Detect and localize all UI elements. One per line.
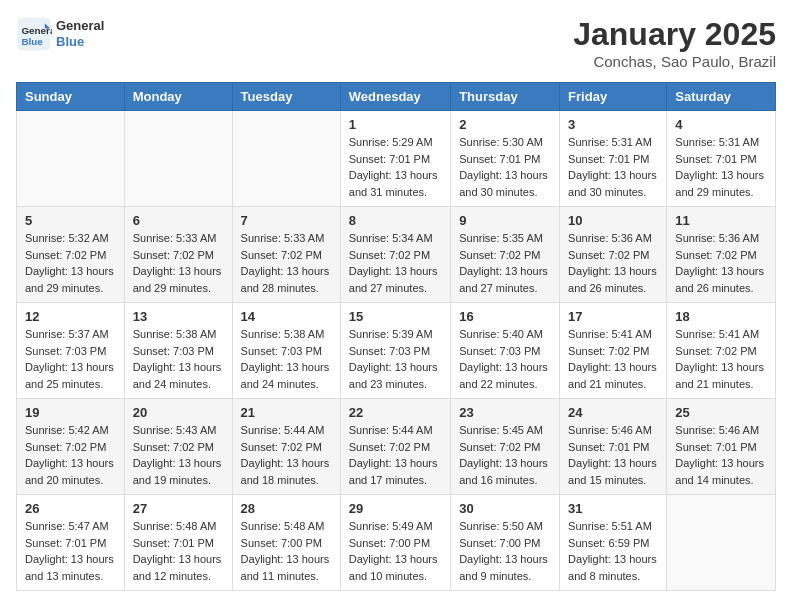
daylight-text: Daylight: 13 hours and 27 minutes. bbox=[349, 263, 442, 296]
month-title: January 2025 bbox=[573, 16, 776, 53]
sunrise-text: Sunrise: 5:49 AM bbox=[349, 518, 442, 535]
sunrise-text: Sunrise: 5:48 AM bbox=[133, 518, 224, 535]
daylight-text: Daylight: 13 hours and 17 minutes. bbox=[349, 455, 442, 488]
calendar-cell: 24 Sunrise: 5:46 AM Sunset: 7:01 PM Dayl… bbox=[560, 399, 667, 495]
day-info: Sunrise: 5:32 AM Sunset: 7:02 PM Dayligh… bbox=[25, 230, 116, 296]
day-info: Sunrise: 5:29 AM Sunset: 7:01 PM Dayligh… bbox=[349, 134, 442, 200]
sunset-text: Sunset: 7:02 PM bbox=[241, 247, 332, 264]
sunrise-text: Sunrise: 5:46 AM bbox=[568, 422, 658, 439]
calendar-cell bbox=[124, 111, 232, 207]
calendar-cell: 10 Sunrise: 5:36 AM Sunset: 7:02 PM Dayl… bbox=[560, 207, 667, 303]
sunrise-text: Sunrise: 5:44 AM bbox=[241, 422, 332, 439]
weekday-header-row: SundayMondayTuesdayWednesdayThursdayFrid… bbox=[17, 83, 776, 111]
day-info: Sunrise: 5:42 AM Sunset: 7:02 PM Dayligh… bbox=[25, 422, 116, 488]
daylight-text: Daylight: 13 hours and 26 minutes. bbox=[675, 263, 767, 296]
day-number: 22 bbox=[349, 405, 442, 420]
calendar-cell bbox=[17, 111, 125, 207]
day-info: Sunrise: 5:44 AM Sunset: 7:02 PM Dayligh… bbox=[349, 422, 442, 488]
sunrise-text: Sunrise: 5:38 AM bbox=[241, 326, 332, 343]
sunrise-text: Sunrise: 5:31 AM bbox=[568, 134, 658, 151]
sunrise-text: Sunrise: 5:45 AM bbox=[459, 422, 551, 439]
sunset-text: Sunset: 7:01 PM bbox=[349, 151, 442, 168]
sunset-text: Sunset: 7:02 PM bbox=[459, 247, 551, 264]
calendar-cell: 30 Sunrise: 5:50 AM Sunset: 7:00 PM Dayl… bbox=[451, 495, 560, 591]
day-number: 30 bbox=[459, 501, 551, 516]
day-info: Sunrise: 5:31 AM Sunset: 7:01 PM Dayligh… bbox=[568, 134, 658, 200]
sunset-text: Sunset: 7:00 PM bbox=[349, 535, 442, 552]
day-number: 12 bbox=[25, 309, 116, 324]
logo: General Blue General Blue bbox=[16, 16, 104, 52]
weekday-header-wednesday: Wednesday bbox=[340, 83, 450, 111]
daylight-text: Daylight: 13 hours and 23 minutes. bbox=[349, 359, 442, 392]
day-info: Sunrise: 5:33 AM Sunset: 7:02 PM Dayligh… bbox=[241, 230, 332, 296]
day-number: 8 bbox=[349, 213, 442, 228]
calendar-cell: 11 Sunrise: 5:36 AM Sunset: 7:02 PM Dayl… bbox=[667, 207, 776, 303]
day-info: Sunrise: 5:39 AM Sunset: 7:03 PM Dayligh… bbox=[349, 326, 442, 392]
day-number: 13 bbox=[133, 309, 224, 324]
day-info: Sunrise: 5:48 AM Sunset: 7:01 PM Dayligh… bbox=[133, 518, 224, 584]
location: Conchas, Sao Paulo, Brazil bbox=[573, 53, 776, 70]
daylight-text: Daylight: 13 hours and 15 minutes. bbox=[568, 455, 658, 488]
daylight-text: Daylight: 13 hours and 22 minutes. bbox=[459, 359, 551, 392]
day-number: 14 bbox=[241, 309, 332, 324]
sunset-text: Sunset: 7:03 PM bbox=[25, 343, 116, 360]
calendar-cell: 21 Sunrise: 5:44 AM Sunset: 7:02 PM Dayl… bbox=[232, 399, 340, 495]
calendar-cell: 5 Sunrise: 5:32 AM Sunset: 7:02 PM Dayli… bbox=[17, 207, 125, 303]
sunset-text: Sunset: 7:02 PM bbox=[568, 343, 658, 360]
day-number: 25 bbox=[675, 405, 767, 420]
calendar-cell: 12 Sunrise: 5:37 AM Sunset: 7:03 PM Dayl… bbox=[17, 303, 125, 399]
calendar-week-row: 5 Sunrise: 5:32 AM Sunset: 7:02 PM Dayli… bbox=[17, 207, 776, 303]
daylight-text: Daylight: 13 hours and 28 minutes. bbox=[241, 263, 332, 296]
sunrise-text: Sunrise: 5:42 AM bbox=[25, 422, 116, 439]
sunrise-text: Sunrise: 5:48 AM bbox=[241, 518, 332, 535]
day-number: 4 bbox=[675, 117, 767, 132]
day-number: 28 bbox=[241, 501, 332, 516]
calendar-cell bbox=[667, 495, 776, 591]
sunset-text: Sunset: 7:01 PM bbox=[25, 535, 116, 552]
sunrise-text: Sunrise: 5:34 AM bbox=[349, 230, 442, 247]
calendar-cell: 19 Sunrise: 5:42 AM Sunset: 7:02 PM Dayl… bbox=[17, 399, 125, 495]
calendar-cell: 23 Sunrise: 5:45 AM Sunset: 7:02 PM Dayl… bbox=[451, 399, 560, 495]
day-info: Sunrise: 5:38 AM Sunset: 7:03 PM Dayligh… bbox=[241, 326, 332, 392]
day-info: Sunrise: 5:34 AM Sunset: 7:02 PM Dayligh… bbox=[349, 230, 442, 296]
day-info: Sunrise: 5:51 AM Sunset: 6:59 PM Dayligh… bbox=[568, 518, 658, 584]
day-number: 21 bbox=[241, 405, 332, 420]
daylight-text: Daylight: 13 hours and 21 minutes. bbox=[675, 359, 767, 392]
day-info: Sunrise: 5:48 AM Sunset: 7:00 PM Dayligh… bbox=[241, 518, 332, 584]
sunrise-text: Sunrise: 5:44 AM bbox=[349, 422, 442, 439]
calendar-cell: 6 Sunrise: 5:33 AM Sunset: 7:02 PM Dayli… bbox=[124, 207, 232, 303]
sunrise-text: Sunrise: 5:36 AM bbox=[568, 230, 658, 247]
day-number: 29 bbox=[349, 501, 442, 516]
weekday-header-monday: Monday bbox=[124, 83, 232, 111]
logo-general: General bbox=[56, 18, 104, 34]
daylight-text: Daylight: 13 hours and 14 minutes. bbox=[675, 455, 767, 488]
sunrise-text: Sunrise: 5:33 AM bbox=[133, 230, 224, 247]
calendar-cell: 13 Sunrise: 5:38 AM Sunset: 7:03 PM Dayl… bbox=[124, 303, 232, 399]
weekday-header-sunday: Sunday bbox=[17, 83, 125, 111]
sunset-text: Sunset: 7:01 PM bbox=[675, 439, 767, 456]
sunrise-text: Sunrise: 5:29 AM bbox=[349, 134, 442, 151]
daylight-text: Daylight: 13 hours and 29 minutes. bbox=[133, 263, 224, 296]
calendar-cell: 9 Sunrise: 5:35 AM Sunset: 7:02 PM Dayli… bbox=[451, 207, 560, 303]
calendar-week-row: 12 Sunrise: 5:37 AM Sunset: 7:03 PM Dayl… bbox=[17, 303, 776, 399]
day-info: Sunrise: 5:37 AM Sunset: 7:03 PM Dayligh… bbox=[25, 326, 116, 392]
day-info: Sunrise: 5:36 AM Sunset: 7:02 PM Dayligh… bbox=[675, 230, 767, 296]
sunset-text: Sunset: 7:01 PM bbox=[459, 151, 551, 168]
calendar-cell: 20 Sunrise: 5:43 AM Sunset: 7:02 PM Dayl… bbox=[124, 399, 232, 495]
day-info: Sunrise: 5:47 AM Sunset: 7:01 PM Dayligh… bbox=[25, 518, 116, 584]
sunset-text: Sunset: 7:00 PM bbox=[241, 535, 332, 552]
daylight-text: Daylight: 13 hours and 11 minutes. bbox=[241, 551, 332, 584]
sunrise-text: Sunrise: 5:39 AM bbox=[349, 326, 442, 343]
sunset-text: Sunset: 7:02 PM bbox=[459, 439, 551, 456]
day-number: 23 bbox=[459, 405, 551, 420]
daylight-text: Daylight: 13 hours and 29 minutes. bbox=[675, 167, 767, 200]
day-info: Sunrise: 5:44 AM Sunset: 7:02 PM Dayligh… bbox=[241, 422, 332, 488]
daylight-text: Daylight: 13 hours and 19 minutes. bbox=[133, 455, 224, 488]
daylight-text: Daylight: 13 hours and 9 minutes. bbox=[459, 551, 551, 584]
calendar-cell: 31 Sunrise: 5:51 AM Sunset: 6:59 PM Dayl… bbox=[560, 495, 667, 591]
calendar-cell: 15 Sunrise: 5:39 AM Sunset: 7:03 PM Dayl… bbox=[340, 303, 450, 399]
daylight-text: Daylight: 13 hours and 18 minutes. bbox=[241, 455, 332, 488]
day-number: 26 bbox=[25, 501, 116, 516]
day-info: Sunrise: 5:35 AM Sunset: 7:02 PM Dayligh… bbox=[459, 230, 551, 296]
calendar-cell: 8 Sunrise: 5:34 AM Sunset: 7:02 PM Dayli… bbox=[340, 207, 450, 303]
